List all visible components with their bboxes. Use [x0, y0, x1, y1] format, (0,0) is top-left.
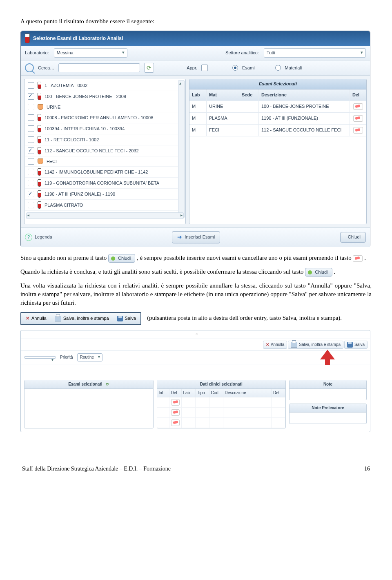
dati-header: Inf Del Lab Tipo Cod Descrizione Del — [157, 389, 286, 397]
radio-materiali-label: Materiali — [285, 65, 302, 71]
chiudi-button[interactable]: Chiudi — [340, 232, 366, 242]
tube-icon — [38, 136, 41, 143]
search-input[interactable] — [58, 63, 140, 72]
col-del2: Del — [272, 389, 285, 397]
item-label: 10008 - EMOCROMO PER ANNULLAMENTO - 1000… — [45, 115, 182, 121]
eraser-icon[interactable] — [171, 399, 180, 406]
inserisci-esami-button[interactable]: ➔ Inserisci Esami — [172, 231, 220, 243]
laboratorio-select[interactable]: Messina — [54, 48, 127, 58]
eraser-icon[interactable] — [353, 103, 363, 110]
order-annulla-button[interactable]: ✕ Annulla — [263, 341, 287, 349]
eraser-icon[interactable] — [353, 115, 363, 122]
note-prelevatore-panel: Note Prelevatore — [289, 404, 367, 424]
order-salva-button[interactable]: Salva — [344, 341, 368, 349]
list-item[interactable]: 1142 - IMMUNOGLOBULINE PEDIATRICHE - 114… — [25, 167, 185, 178]
item-checkbox[interactable] — [28, 180, 34, 186]
col-tipo: Tipo — [196, 389, 209, 397]
list-item[interactable]: 1190 - AT III (FUNZIONALE) - 1190 — [25, 189, 185, 200]
eraser-icon[interactable] — [171, 409, 180, 416]
eraser-icon — [353, 255, 363, 262]
list-item[interactable]: 11 - RETICOLOCITI - 1002 — [25, 134, 185, 145]
vertical-scrollbar[interactable] — [178, 80, 185, 218]
dati-row — [157, 418, 286, 428]
list-item[interactable]: 119 - GONADOTROPINA CORIONICA SUBUNITA' … — [25, 178, 185, 189]
order-salva-inoltra-button[interactable]: Salva, inoltra e stampa — [288, 341, 343, 349]
note-panel: Note — [289, 380, 367, 400]
dati-clinici-panel: Dati clinici selezionati Inf Del Lab Tip… — [157, 380, 286, 428]
search-icon — [25, 63, 34, 72]
p2b: . — [334, 268, 335, 275]
item-checkbox[interactable] — [28, 136, 34, 143]
eraser-icon[interactable] — [171, 419, 180, 426]
paragraph-1: Sino a quando non si preme il tasto Chiu… — [20, 254, 372, 263]
selected-row: MURINE100 - BENCE-JONES PROTEINE — [189, 101, 366, 113]
cell-lab: M — [189, 113, 207, 124]
cell-mat: FECI — [207, 125, 239, 136]
tb-annulla: ✕ Annulla — [22, 314, 50, 323]
legenda-link[interactable]: Legenda — [35, 234, 52, 240]
list-item[interactable]: URINE — [25, 102, 185, 112]
list-item[interactable]: 10008 - EMOCROMO PER ANNULLAMENTO - 1000… — [25, 112, 185, 123]
printer-icon — [291, 342, 297, 348]
col-lab2: Lab — [182, 389, 196, 397]
radio-materiali[interactable] — [275, 65, 281, 71]
list-item[interactable]: 100 - BENCE-JONES PROTEINE - 2009 — [25, 91, 185, 102]
help-icon[interactable]: ? — [25, 234, 32, 241]
esami-list: 1 - AZOTEMIA - 0002100 - BENCE-JONES PRO… — [24, 79, 186, 224]
refresh-small-icon[interactable]: ⟳ — [106, 382, 109, 386]
p1c: . — [364, 254, 366, 261]
item-label: 112 - SANGUE OCCULTO NELLE FECI - 2032 — [45, 148, 182, 154]
list-item[interactable]: 100394 - INTERLEUCHINA 10 - 100394 — [25, 123, 185, 134]
horizontal-scrollbar[interactable] — [26, 212, 184, 219]
toolbar-screenshot: ✕ Annulla Salva, inoltra e stampa Salva — [20, 312, 141, 325]
tube-icon — [38, 147, 41, 154]
list-item[interactable]: 112 - SANGUE OCCULTO NELLE FECI - 2032 — [25, 145, 185, 156]
list-item[interactable]: FECI — [25, 156, 185, 167]
item-checkbox[interactable] — [28, 125, 34, 132]
esami-selezionati-title: Esami Selezionati — [189, 79, 366, 89]
note-prel-title: Note Prelevatore — [290, 404, 366, 413]
disk-icon — [347, 342, 353, 348]
col-descrizione: Descrizione — [259, 89, 350, 100]
list-item[interactable]: 1 - AZOTEMIA - 0002 — [25, 80, 185, 91]
item-checkbox[interactable] — [28, 158, 34, 165]
dialog-footer: ? Legenda ➔ Inserisci Esami Chiudi — [21, 228, 370, 247]
dati-clinici-title: Dati clinici selezionati — [157, 380, 286, 389]
item-label: FECI — [47, 158, 182, 165]
item-checkbox[interactable] — [28, 82, 34, 89]
item-checkbox[interactable] — [28, 104, 34, 110]
esami-sel-title: Esami selezionati — [68, 382, 102, 386]
refresh-button[interactable]: ⟳ — [144, 63, 154, 73]
unknown-select[interactable] — [24, 356, 56, 359]
cell-sede — [239, 101, 259, 112]
item-checkbox[interactable] — [28, 147, 34, 154]
cell-mat: URINE — [207, 101, 239, 112]
paragraph-2: Quando la richiesta è conclusa, e tutti … — [20, 268, 372, 277]
cell-del — [350, 101, 366, 112]
item-checkbox[interactable] — [28, 93, 34, 100]
cerca-label: Cerca… — [38, 65, 54, 71]
tube-icon — [38, 82, 41, 89]
p2a: Quando la richiesta è conclusa, e tutti … — [20, 268, 305, 275]
item-checkbox[interactable] — [28, 169, 34, 175]
list-item[interactable]: PLASMA CITRATO — [25, 200, 185, 211]
item-label: 1 - AZOTEMIA - 0002 — [45, 83, 182, 89]
item-checkbox[interactable] — [28, 202, 34, 208]
paragraph-3: Una volta visualizzata la richiesta con … — [20, 281, 372, 307]
note-title: Note — [290, 380, 366, 389]
priority-row: Priorità Routine — [21, 351, 370, 364]
paragraph-4: (pulsantiera posta in alto a destra dell… — [147, 314, 342, 322]
cell-desc: 112 - SANGUE OCCULTO NELLE FECI — [259, 125, 350, 136]
item-checkbox[interactable] — [28, 191, 34, 197]
settore-select[interactable]: Tutti — [264, 48, 366, 58]
radio-esami[interactable] — [232, 65, 238, 71]
appr-checkbox[interactable] — [201, 65, 208, 71]
page-footer: Staff della Direzione Strategica Azienda… — [20, 465, 372, 473]
eraser-icon[interactable] — [353, 127, 363, 134]
intro-paragraph: A questo punto il risultato dovrebbe ess… — [20, 17, 372, 26]
item-checkbox[interactable] — [28, 114, 34, 121]
search-bar: Cerca… ⟳ Appr. Esami Materiali — [21, 60, 370, 76]
order-entry-screenshot: ✕ Annulla Salva, inoltra e stampa Salva … — [20, 330, 370, 432]
chiudi-label: Chiudi — [348, 234, 361, 240]
priorita-select[interactable]: Routine — [77, 353, 102, 361]
